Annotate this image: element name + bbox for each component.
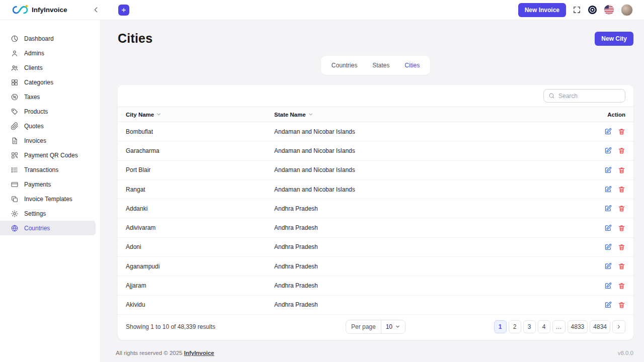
fullscreen-button[interactable] (573, 6, 581, 14)
edit-button[interactable] (604, 205, 612, 212)
sidebar-item-label: Categories (24, 79, 53, 86)
main-content: Cities New City Countries States Cities (101, 20, 644, 362)
sidebar-item[interactable]: Invoice Templates (0, 192, 96, 206)
search-icon (548, 93, 555, 99)
next-page-button[interactable] (612, 320, 625, 333)
pagination: 1 2 3 4 … 4833 4834 (406, 320, 625, 333)
user-avatar[interactable] (621, 4, 633, 16)
sidebar-item-label: Invoices (24, 137, 46, 144)
quick-add-button[interactable] (118, 5, 129, 16)
new-city-button[interactable]: New City (595, 32, 633, 46)
tab[interactable]: Countries (324, 58, 365, 72)
state-cell: Andaman and Nicobar Islands (274, 166, 590, 173)
delete-button[interactable] (618, 301, 625, 309)
city-cell: Aganampudi (126, 263, 274, 270)
page-button[interactable]: 3 (523, 320, 536, 333)
delete-button[interactable] (618, 224, 625, 232)
clients-icon (11, 64, 19, 72)
sidebar-item-label: Countries (24, 225, 50, 232)
sidebar-item-label: Transactions (24, 166, 58, 173)
page-button[interactable]: 4834 (590, 320, 610, 333)
brand-logo[interactable]: InfyInvoice (12, 5, 67, 15)
table-row: Garacharma Andaman and Nicobar Islands (118, 141, 633, 160)
chevron-right-icon (616, 324, 622, 330)
sidebar-item[interactable]: Dashboard (0, 31, 96, 46)
cities-table-card: City Name State Name Action (118, 85, 633, 340)
sidebar-item[interactable]: Payment QR Codes (0, 148, 96, 162)
language-flag-icon[interactable] (604, 5, 614, 15)
sidebar-item-label: Quotes (24, 123, 44, 130)
edit-button[interactable] (604, 243, 612, 251)
sidebar-item[interactable]: Payments (0, 177, 96, 192)
state-name-column-header[interactable]: State Name (274, 112, 590, 118)
sidebar-item-label: Dashboard (24, 35, 54, 42)
city-cell: Port Blair (126, 166, 274, 173)
sidebar-item[interactable]: Admins (0, 46, 96, 60)
edit-button[interactable] (604, 224, 612, 232)
sidebar-item[interactable]: Settings (0, 206, 96, 221)
delete-button[interactable] (618, 205, 625, 212)
page-button[interactable]: 1 (494, 320, 507, 333)
delete-button[interactable] (618, 128, 625, 135)
page-button[interactable]: 4 (538, 320, 550, 333)
page-button[interactable]: 4833 (568, 320, 588, 333)
state-cell: Andaman and Nicobar Islands (274, 147, 590, 154)
edit-button[interactable] (604, 186, 612, 193)
delete-button[interactable] (618, 243, 625, 251)
categories-icon (11, 78, 19, 86)
sidebar-item[interactable]: Invoices (0, 133, 96, 148)
sidebar-item[interactable]: Products (0, 104, 96, 119)
payment-qr-codes-icon (11, 151, 19, 159)
delete-button[interactable] (618, 262, 625, 270)
settings-icon (11, 210, 19, 218)
city-cell: Garacharma (126, 147, 274, 154)
sidebar-item-label: Settings (24, 210, 46, 217)
table-row: Addanki Andhra Pradesh (118, 199, 633, 218)
page-button[interactable]: … (552, 320, 566, 333)
sidebar-item[interactable]: Categories (0, 75, 96, 89)
edit-button[interactable] (604, 166, 612, 174)
table-footer: Showing 1 to 10 of 48,339 results Per pa… (118, 315, 633, 340)
per-page-label: Per page (346, 323, 381, 330)
city-cell: Adoni (126, 243, 274, 250)
state-cell: Andhra Pradesh (274, 205, 590, 212)
city-cell: Addanki (126, 205, 274, 212)
edit-button[interactable] (604, 262, 612, 270)
city-cell: Ajjaram (126, 282, 274, 289)
delete-button[interactable] (618, 147, 625, 154)
new-invoice-button[interactable]: New Invoice (518, 3, 566, 17)
table-row: Aganampudi Andhra Pradesh (118, 257, 633, 276)
city-name-column-header[interactable]: City Name (126, 112, 274, 118)
sort-chevron-icon (156, 112, 162, 117)
edit-button[interactable] (604, 147, 612, 154)
sidebar-item[interactable]: Clients (0, 60, 96, 75)
search-input[interactable] (558, 93, 620, 100)
tab[interactable]: States (365, 58, 397, 72)
delete-button[interactable] (618, 186, 625, 193)
brand-footer-link[interactable]: InfyInvoice (184, 350, 214, 356)
payments-icon (11, 180, 19, 189)
delete-button[interactable] (618, 282, 625, 290)
city-cell: Bombuflat (126, 128, 274, 135)
sidebar-item[interactable]: Quotes (0, 119, 96, 133)
delete-button[interactable] (618, 166, 625, 174)
edit-button[interactable] (604, 128, 612, 135)
sidebar-item[interactable]: Countries (0, 221, 96, 235)
table-row: Bombuflat Andaman and Nicobar Islands (118, 122, 633, 141)
sidebar-collapse-button[interactable] (92, 6, 100, 14)
edit-button[interactable] (604, 301, 612, 309)
tab[interactable]: Cities (397, 58, 427, 72)
sidebar-item-label: Payments (24, 181, 51, 188)
sidebar-item[interactable]: Taxes (0, 89, 96, 104)
countries-icon (11, 224, 19, 232)
sidebar-item[interactable]: Transactions (0, 162, 96, 177)
sort-chevron-icon (308, 112, 313, 117)
app-version: v8.0.0 (618, 350, 633, 356)
table-row: Adivivaram Andhra Pradesh (118, 218, 633, 237)
admins-icon (11, 49, 19, 57)
page-button[interactable]: 2 (509, 320, 521, 333)
edit-button[interactable] (604, 282, 612, 290)
table-row: Akividu Andhra Pradesh (118, 296, 633, 315)
per-page-select[interactable]: 10 (381, 323, 405, 330)
target-icon[interactable] (588, 5, 597, 15)
